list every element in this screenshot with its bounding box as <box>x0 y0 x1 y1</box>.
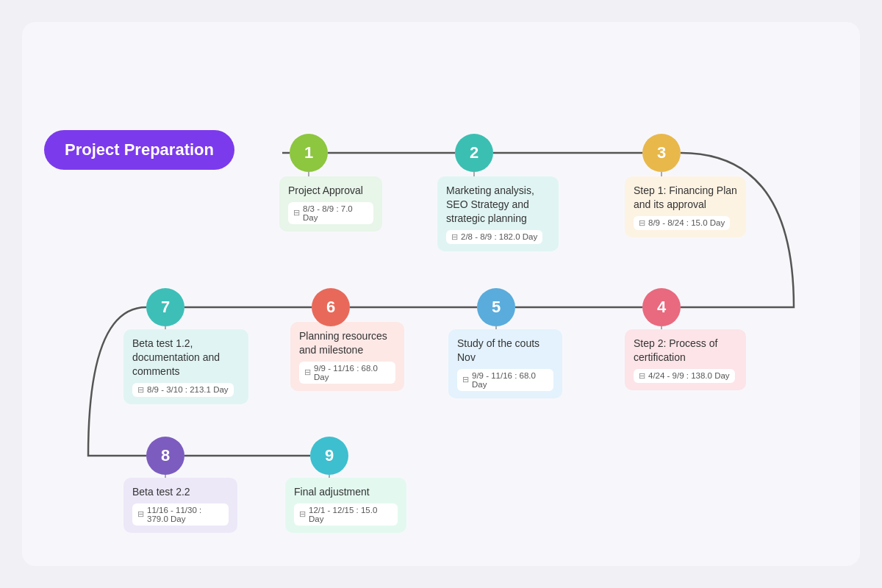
step-card-title-1: Project Approval <box>288 184 373 198</box>
step-card-4: Step 2: Process of certification4/24 - 9… <box>625 329 746 390</box>
project-title: Project Preparation <box>44 130 234 170</box>
step-card-9: Final adjustment12/1 - 12/15 : 15.0 Day <box>285 478 406 533</box>
step-card-title-2: Marketing analysis, SEO Strategy and str… <box>446 184 550 226</box>
step-card-title-9: Final adjustment <box>294 485 398 499</box>
step-card-date-5: 9/9 - 11/16 : 68.0 Day <box>457 369 553 391</box>
step-card-title-7: Beta test 1.2, documentation and comment… <box>132 337 240 379</box>
step-card-6: Planning resources and milestone9/9 - 11… <box>290 322 404 391</box>
step-card-title-6: Planning resources and milestone <box>299 329 395 357</box>
step-card-3: Step 1: Financing Plan and its approval8… <box>625 176 746 237</box>
step-card-8: Beta test 2.211/16 - 11/30 : 379.0 Day <box>123 478 237 533</box>
step-card-date-4: 4/24 - 9/9 : 138.0 Day <box>634 369 735 383</box>
step-card-title-4: Step 2: Process of certification <box>634 337 737 365</box>
step-card-date-2: 2/8 - 8/9 : 182.0 Day <box>446 230 542 244</box>
step-card-date-8: 11/16 - 11/30 : 379.0 Day <box>132 503 229 526</box>
step-card-title-5: Study of the couts Nov <box>457 337 553 365</box>
step-card-date-6: 9/9 - 11/16 : 68.0 Day <box>299 362 395 384</box>
step-card-5: Study of the couts Nov9/9 - 11/16 : 68.0… <box>448 329 562 398</box>
step-node-4[interactable]: 4 <box>642 288 681 326</box>
canvas: Project Preparation 1Project Approval8/3… <box>22 22 860 566</box>
step-card-title-3: Step 1: Financing Plan and its approval <box>634 184 737 212</box>
step-node-1[interactable]: 1 <box>290 134 328 172</box>
step-node-3[interactable]: 3 <box>642 134 681 172</box>
step-node-5[interactable]: 5 <box>477 288 515 326</box>
step-card-title-8: Beta test 2.2 <box>132 485 229 499</box>
step-card-1: Project Approval8/3 - 8/9 : 7.0 Day <box>279 176 382 232</box>
step-card-date-1: 8/3 - 8/9 : 7.0 Day <box>288 202 373 224</box>
step-card-date-9: 12/1 - 12/15 : 15.0 Day <box>294 503 398 526</box>
step-node-2[interactable]: 2 <box>455 134 493 172</box>
step-card-2: Marketing analysis, SEO Strategy and str… <box>437 176 559 251</box>
step-node-7[interactable]: 7 <box>146 288 184 326</box>
step-card-date-7: 8/9 - 3/10 : 213.1 Day <box>132 383 234 397</box>
step-card-date-3: 8/9 - 8/24 : 15.0 Day <box>634 216 730 230</box>
step-node-9[interactable]: 9 <box>310 437 348 475</box>
step-node-8[interactable]: 8 <box>146 437 184 475</box>
step-node-6[interactable]: 6 <box>312 288 350 326</box>
step-card-7: Beta test 1.2, documentation and comment… <box>123 329 248 404</box>
